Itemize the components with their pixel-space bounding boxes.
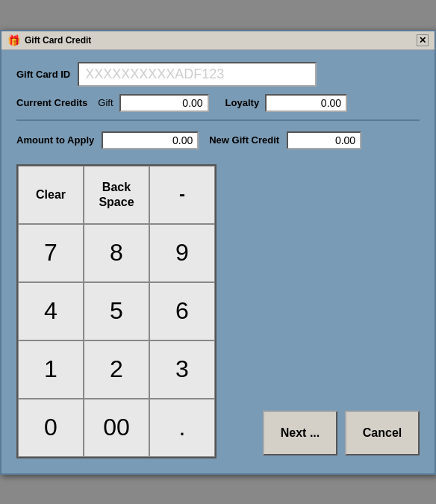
credits-row: Current Credits Gift Loyalty [16,94,420,112]
main-window: 🎁 Gift Card Credit ✕ Gift Card ID Curren… [0,30,436,475]
numpad-btn-backspace[interactable]: BackSpace [84,166,149,224]
close-button[interactable]: ✕ [417,34,429,46]
numpad-row-0: ClearBackSpace- [18,166,215,224]
numpad-btn-00[interactable]: 00 [84,399,149,457]
numpad-btn-7[interactable]: 7 [18,224,84,282]
numpad-btn-5[interactable]: 5 [84,282,149,340]
new-gift-label: New Gift Credit [209,134,279,146]
gift-card-id-input[interactable] [78,62,317,87]
action-buttons: Next ... Cancel [231,411,420,455]
new-gift-input[interactable] [287,131,361,149]
title-bar-left: 🎁 Gift Card Credit [7,34,91,46]
action-area: Next ... Cancel [217,167,420,458]
numpad-btn-3[interactable]: 3 [149,340,215,399]
numpad-btn-8[interactable]: 8 [84,224,149,282]
numpad-btn-2[interactable]: 2 [84,340,149,399]
content-area: Gift Card ID Current Credits Gift Loyalt… [1,50,435,473]
window-title: Gift Card Credit [25,35,91,46]
divider [16,119,420,121]
numpad-btn-4[interactable]: 4 [18,282,84,340]
numpad-row-3: 123 [18,340,215,399]
loyalty-label: Loyalty [225,97,260,108]
gift-card-id-row: Gift Card ID [16,62,420,87]
gift-label: Gift [98,97,113,108]
current-credits-label: Current Credits [16,97,87,108]
amount-row: Amount to Apply New Gift Credit [16,131,420,149]
numpad-row-2: 456 [18,282,215,340]
numpad-btn-9[interactable]: 9 [149,224,215,282]
bottom-area: ClearBackSpace-789456123000. Next ... Ca… [16,164,420,458]
numpad-btn-clear[interactable]: Clear [18,166,84,224]
numpad-btn-6[interactable]: 6 [149,282,215,340]
numpad-btn-dot[interactable]: . [149,399,215,457]
numpad-row-1: 789 [18,224,215,282]
numpad-btn-1[interactable]: 1 [18,340,84,399]
numpad-btn-minus[interactable]: - [149,166,215,224]
gift-value-input[interactable] [119,94,209,112]
amount-input[interactable] [102,131,199,149]
numpad-btn-0[interactable]: 0 [18,399,84,457]
next-button[interactable]: Next ... [263,411,337,455]
numpad-row-4: 000. [18,399,215,457]
cancel-button[interactable]: Cancel [345,411,420,455]
numpad: ClearBackSpace-789456123000. [16,164,217,458]
loyalty-value-input[interactable] [265,94,347,112]
amount-label: Amount to Apply [16,134,94,146]
title-bar: 🎁 Gift Card Credit ✕ [1,31,435,50]
gift-card-id-label: Gift Card ID [16,69,70,80]
app-icon: 🎁 [7,34,20,46]
